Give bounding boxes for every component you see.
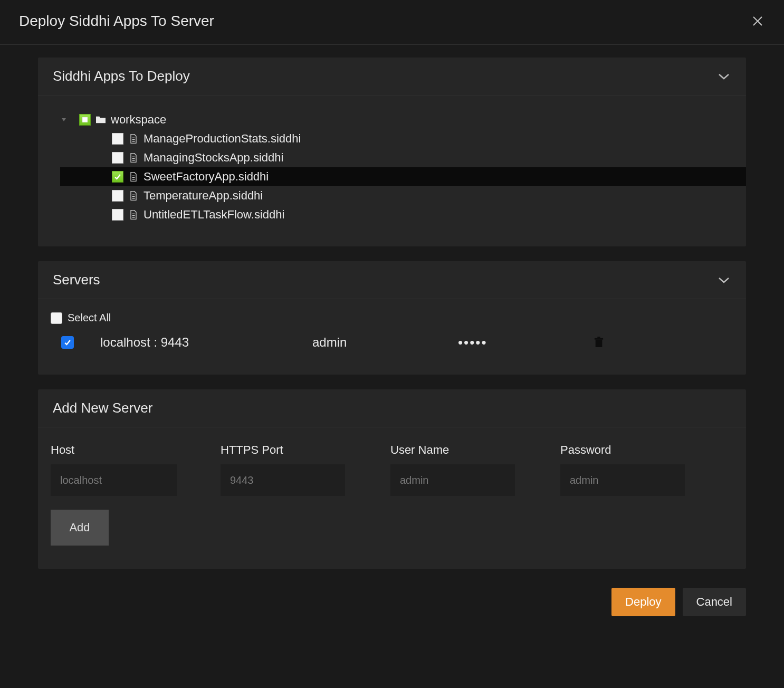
cancel-button[interactable]: Cancel bbox=[683, 588, 746, 616]
user-label: User Name bbox=[390, 443, 517, 457]
servers-panel: Servers Select All localhost : 9443admin… bbox=[38, 261, 746, 375]
file-icon bbox=[128, 171, 139, 182]
file-checkbox[interactable] bbox=[112, 152, 123, 164]
host-input[interactable] bbox=[51, 464, 177, 496]
tree-item-label: ManagingStocksApp.siddhi bbox=[144, 151, 283, 165]
tree-root-row[interactable]: workspace bbox=[60, 110, 746, 129]
select-all-checkbox[interactable] bbox=[51, 312, 62, 324]
tree-item[interactable]: ManagingStocksApp.siddhi bbox=[60, 148, 746, 167]
port-label: HTTPS Port bbox=[221, 443, 347, 457]
file-icon bbox=[128, 209, 139, 220]
tree-item[interactable]: SweetFactoryApp.siddhi bbox=[60, 167, 746, 186]
deploy-button[interactable]: Deploy bbox=[611, 588, 675, 616]
select-all-row: Select All bbox=[51, 312, 733, 324]
host-label: Host bbox=[51, 443, 177, 457]
servers-panel-header[interactable]: Servers bbox=[38, 261, 746, 299]
deploy-dialog: Deploy Siddhi Apps To Server Siddhi Apps… bbox=[0, 0, 784, 688]
folder-icon bbox=[95, 114, 107, 125]
file-icon bbox=[128, 152, 139, 163]
dialog-content: Siddhi Apps To Deploy bbox=[0, 45, 784, 569]
svg-marker-2 bbox=[62, 118, 66, 121]
add-server-title: Add New Server bbox=[53, 400, 152, 416]
tree-item[interactable]: ManageProductionStats.siddhi bbox=[60, 129, 746, 148]
add-server-body: Host HTTPS Port User Name Password bbox=[38, 427, 746, 569]
file-checkbox[interactable] bbox=[112, 209, 123, 221]
workspace-checkbox[interactable] bbox=[79, 114, 91, 126]
servers-panel-title: Servers bbox=[53, 272, 100, 288]
add-button[interactable]: Add bbox=[51, 510, 109, 546]
server-checkbox[interactable] bbox=[61, 336, 74, 349]
file-checkbox[interactable] bbox=[112, 190, 123, 202]
trash-icon[interactable] bbox=[593, 336, 605, 349]
pass-label: Password bbox=[560, 443, 687, 457]
server-user: admin bbox=[312, 335, 439, 350]
svg-rect-19 bbox=[595, 338, 603, 340]
tree-item[interactable]: UntitledETLTaskFlow.siddhi bbox=[60, 205, 746, 224]
svg-rect-18 bbox=[596, 340, 603, 347]
port-input[interactable] bbox=[221, 464, 345, 496]
dialog-title: Deploy Siddhi Apps To Server bbox=[19, 13, 214, 30]
tree-item-label: ManageProductionStats.siddhi bbox=[144, 132, 301, 146]
dialog-footer: Deploy Cancel bbox=[0, 584, 784, 616]
tree-item-label: UntitledETLTaskFlow.siddhi bbox=[144, 208, 284, 222]
server-row: localhost : 9443admin••••• bbox=[51, 331, 733, 353]
server-host: localhost : 9443 bbox=[93, 335, 293, 350]
apps-tree: workspace ManageProductionStats.siddhiMa… bbox=[38, 95, 746, 246]
add-server-panel: Add New Server Host HTTPS Port User Name bbox=[38, 389, 746, 569]
pass-input[interactable] bbox=[560, 464, 685, 496]
select-all-label: Select All bbox=[68, 312, 111, 324]
file-icon bbox=[128, 190, 139, 201]
apps-panel: Siddhi Apps To Deploy bbox=[38, 58, 746, 246]
user-input[interactable] bbox=[390, 464, 515, 496]
tree-root-label: workspace bbox=[111, 113, 166, 127]
tree-item-label: TemperatureApp.siddhi bbox=[144, 189, 263, 203]
server-password: ••••• bbox=[458, 335, 563, 351]
dialog-header: Deploy Siddhi Apps To Server bbox=[0, 0, 784, 45]
add-server-header: Add New Server bbox=[38, 389, 746, 427]
caret-down-icon bbox=[60, 116, 68, 123]
tree-item-label: SweetFactoryApp.siddhi bbox=[144, 170, 269, 184]
chevron-down-icon bbox=[716, 275, 731, 285]
file-checkbox[interactable] bbox=[112, 171, 123, 183]
apps-panel-title: Siddhi Apps To Deploy bbox=[53, 68, 190, 84]
servers-body: Select All localhost : 9443admin••••• bbox=[38, 299, 746, 375]
apps-panel-header[interactable]: Siddhi Apps To Deploy bbox=[38, 58, 746, 95]
file-checkbox[interactable] bbox=[112, 133, 123, 145]
close-icon[interactable] bbox=[750, 14, 765, 28]
svg-rect-20 bbox=[597, 337, 600, 338]
chevron-down-icon bbox=[716, 72, 731, 81]
file-icon bbox=[128, 133, 139, 144]
tree-item[interactable]: TemperatureApp.siddhi bbox=[60, 186, 746, 205]
